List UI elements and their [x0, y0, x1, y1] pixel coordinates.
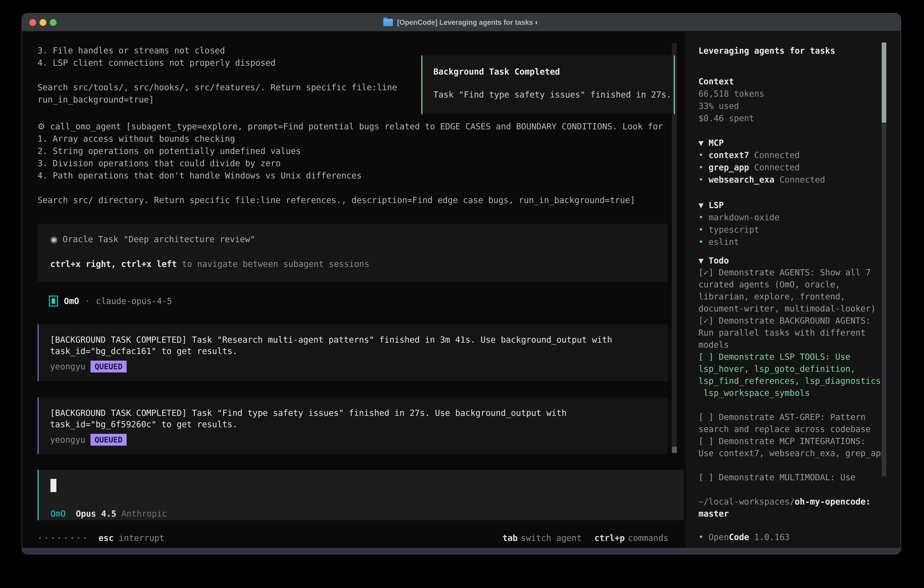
todo-item: [ ] Demonstrate MULTIMODAL: Use [698, 471, 892, 483]
shortcut-keys: ctrl+x right, ctrl+x left [50, 259, 177, 269]
mcp-item-status: Connected [754, 163, 800, 172]
mcp-item: • grep_app Connected [698, 162, 800, 173]
commands-key-label: commands [628, 533, 668, 543]
prompt-input[interactable]: OmO Opus 4.5 Anthropic [38, 470, 684, 520]
lsp-item-name: eslint [709, 237, 739, 247]
agent-name: OmO [64, 296, 79, 306]
context-tokens: 66,518 tokens [698, 88, 764, 100]
terminal-scrollbar-thumb[interactable] [672, 447, 677, 453]
chevron-down-icon[interactable]: ▼ [698, 256, 703, 266]
tool-call-line: 3. Division operations that could divide… [38, 157, 663, 170]
tool-call-line: 1. Array access without bounds checking [38, 133, 663, 145]
lsp-item: • eslint [698, 236, 739, 248]
esc-key-hint[interactable]: esc [99, 533, 114, 543]
status-badge: QUEUED [91, 361, 127, 372]
status-dot-icon: • [698, 237, 703, 247]
app-name-dim: Open [709, 532, 729, 542]
task-user: yeongyu [50, 435, 86, 445]
mcp-item: • context7 Connected [698, 149, 800, 161]
folder-icon [383, 19, 393, 26]
scrollback-line: 4. LSP client connections not properly d… [38, 57, 397, 69]
oracle-task-box[interactable]: ◉ Oracle Task "Deep architecture review"… [38, 224, 668, 282]
agent-separator: · [85, 296, 90, 306]
notification-title: Background Task Completed [433, 67, 674, 77]
spinner-dots-icon: ········ [38, 533, 89, 543]
screen: [OpenCode] Leveraging agents for tasks ◐… [0, 0, 924, 588]
scrollback-block: 3. File handles or streams not closed 4.… [38, 45, 397, 106]
oracle-task-title: Oracle Task "Deep architecture review" [63, 235, 255, 244]
workspace-branch: master [698, 508, 729, 520]
terminal-pane[interactable]: 3. File handles or streams not closed 4.… [22, 32, 685, 548]
todo-item: [ ] Demonstrate LSP TOOLS: Use lsp_hover… [698, 351, 892, 399]
status-dot-icon: • [698, 150, 703, 160]
todo-section-header[interactable]: ▼ Todo [698, 255, 729, 267]
tab-key-label: switch agent [521, 533, 582, 543]
app-window: [OpenCode] Leveraging agents for tasks ◐… [21, 13, 901, 554]
lsp-section-header[interactable]: ▼ LSP [698, 199, 724, 211]
tool-call-line: Search src/ directory. Return specific f… [38, 194, 663, 206]
scrollback-line: run_in_background=true] [38, 94, 397, 106]
tool-call-line [38, 182, 663, 194]
titlebar[interactable]: [OpenCode] Leveraging agents for tasks ◐ [22, 14, 901, 31]
tool-call-header: ⚙ call_omo_agent [subagent_type=explore,… [38, 121, 663, 133]
task-message-line: [BACKGROUND TASK COMPLETED] Task "Resear… [50, 334, 668, 345]
status-badge: QUEUED [91, 434, 127, 446]
task-message-line: [BACKGROUND TASK COMPLETED] Task "Find t… [50, 408, 668, 419]
context-used: 33% used [698, 100, 739, 112]
sidebar: Leveraging agents for tasks Context 66,5… [685, 32, 901, 548]
background-task-notification: Background Task Completed Task "Find typ… [421, 56, 675, 114]
mcp-section-header[interactable]: ▼ MCP [698, 137, 724, 149]
chevron-down-icon[interactable]: ▼ [698, 200, 703, 210]
todo-heading: Todo [709, 256, 729, 266]
workspace-path-prefix: ~/local-workspaces/ [698, 497, 795, 507]
tool-call-name: call_omo_agent [subagent_type=explore, p… [50, 122, 663, 131]
scrollback-line: 3. File handles or streams not closed [38, 45, 397, 57]
task-meta-row: yeongyu QUEUED [50, 361, 668, 372]
agent-header: OmO · claude-opus-4-5 [49, 296, 172, 307]
todo-item: [ ] Demonstrate MCP INTEGRATIONS: Use co… [698, 435, 892, 459]
tool-call-line: 2. String operations on potentially unde… [38, 145, 663, 157]
chevron-down-icon[interactable]: ▼ [698, 138, 703, 148]
window-title-row: [OpenCode] Leveraging agents for tasks ◐ [22, 14, 901, 31]
sidebar-scrollbar-track[interactable] [882, 122, 886, 476]
task-user: yeongyu [50, 362, 86, 372]
window-body: 3. File handles or streams not closed 4.… [22, 32, 901, 548]
version-line: • OpenCode 1.0.163 [698, 531, 790, 543]
scrollback-line [38, 69, 397, 81]
lsp-heading: LSP [709, 200, 724, 210]
workspace-path: ~/local-workspaces/oh-my-opencode: [698, 496, 871, 508]
mcp-heading: MCP [709, 138, 724, 148]
shortcut-hint: to navigate between subagent sessions [182, 259, 369, 269]
oracle-shortcut-row: ctrl+x right, ctrl+x left to navigate be… [50, 259, 668, 269]
input-provider-name: Anthropic [121, 509, 167, 519]
mcp-item: • websearch_exa Connected [698, 174, 825, 186]
omo-agent-icon [49, 296, 58, 307]
tab-key-hint[interactable]: tab [502, 533, 518, 543]
app-version: 1.0.163 [749, 532, 790, 542]
lsp-item-name: typescript [709, 225, 759, 235]
oracle-task-title-row: ◉ Oracle Task "Deep architecture review" [50, 235, 668, 244]
todo-item: [✓] Demonstrate AGENTS: Show all 7 curat… [698, 266, 892, 315]
status-dot-icon: • [698, 225, 703, 235]
session-title: Leveraging agents for tasks [698, 45, 835, 57]
task-message[interactable]: [BACKGROUND TASK COMPLETED] Task "Resear… [38, 324, 668, 381]
radio-circle-icon: ◉ [50, 235, 58, 244]
task-message-line: task_id="bg_6f59260c" to get results. [50, 419, 668, 430]
lsp-item: • typescript [698, 224, 759, 236]
commands-key-hint[interactable]: ctrl+p [594, 533, 625, 543]
text-cursor [51, 479, 56, 492]
input-model-name: Opus 4.5 [76, 509, 116, 519]
todo-item: [✓] Demonstrate BACKGROUND AGENTS: Run p… [698, 315, 892, 351]
scrollback-line: Search src/tools/, src/hooks/, src/featu… [38, 81, 397, 94]
status-bar: ········ esc interrupt tab switch agent … [38, 533, 668, 543]
agent-model: claude-opus-4-5 [96, 296, 172, 306]
lsp-item-name: markdown-oxide [709, 213, 780, 222]
status-bar-right: tab switch agent ctrl+p commands [502, 533, 668, 543]
task-message-line: task_id="bg_dcfac161" to get results. [50, 345, 668, 357]
task-message[interactable]: [BACKGROUND TASK COMPLETED] Task "Find t… [38, 398, 668, 454]
sidebar-scrollbar-thumb[interactable] [882, 43, 886, 122]
model-row: OmO Opus 4.5 Anthropic [51, 509, 167, 519]
mcp-item-status: Connected [754, 150, 800, 160]
window-bottom-bar [22, 548, 901, 554]
status-dot-icon: • [698, 213, 703, 222]
